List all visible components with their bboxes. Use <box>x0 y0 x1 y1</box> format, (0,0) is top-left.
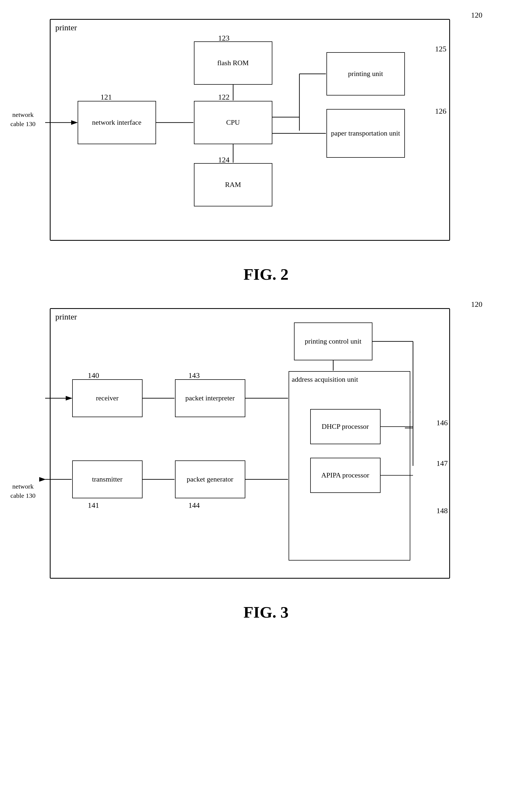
fig2-network-interface-block: network interface <box>78 101 156 144</box>
fig3-ref-120: 120 <box>471 300 482 309</box>
fig2-paper-transport-block: paper transportation unit <box>326 109 405 158</box>
fig2-printer-label: printer <box>55 23 77 32</box>
fig3-ref-141: 141 <box>88 501 99 510</box>
fig3-network-cable-label: network cable 130 <box>11 482 36 500</box>
fig3-ref-143: 143 <box>189 371 200 380</box>
fig3-printer-box: printer 140 141 143 144 145 146 147 148 … <box>50 308 450 579</box>
fig2-cpu-block: CPU <box>194 101 272 144</box>
fig3-container: 120 printer 140 141 143 144 145 146 147 … <box>50 300 482 579</box>
fig3-ref-147: 147 <box>437 459 448 468</box>
fig3-ref-148: 148 <box>437 506 448 515</box>
fig2-caption: FIG. 2 <box>243 265 289 284</box>
fig2-printing-unit-block: printing unit <box>326 52 405 95</box>
fig2-ref-121: 121 <box>101 93 112 101</box>
fig2-printer-box: printer 121 122 123 124 125 126 network … <box>50 19 450 241</box>
fig3-ref-140: 140 <box>88 371 99 380</box>
fig3-packet-generator-block: packet generator <box>175 460 245 498</box>
fig3-printing-control-block: printing control unit <box>294 322 373 360</box>
fig2-ram-block: RAM <box>194 163 272 206</box>
fig3-caption: FIG. 3 <box>243 603 289 622</box>
fig3-printer-label: printer <box>55 312 77 321</box>
fig2-network-cable-label: network cable 130 <box>11 110 36 129</box>
fig2-ref-120: 120 <box>471 11 482 19</box>
fig3-ref-144: 144 <box>189 501 200 510</box>
diagram-wrapper: 120 printer 121 122 123 124 125 126 netw… <box>36 11 496 638</box>
fig3-apipa-block: APIPA processor <box>310 458 381 493</box>
fig2-container: 120 printer 121 122 123 124 125 126 netw… <box>50 11 482 241</box>
fig2-ref-125: 125 <box>435 45 446 53</box>
fig3-packet-interpreter-block: packet interpreter <box>175 379 245 417</box>
fig3-receiver-block: receiver <box>72 379 142 417</box>
fig3-transmitter-block: transmitter <box>72 460 142 498</box>
fig2-ref-126: 126 <box>435 107 446 115</box>
fig2-flash-rom-block: flash ROM <box>194 41 272 85</box>
fig3-dhcp-block: DHCP processor <box>310 409 381 444</box>
fig2-ref-122: 122 <box>218 93 230 101</box>
fig3-ref-146: 146 <box>437 418 448 427</box>
